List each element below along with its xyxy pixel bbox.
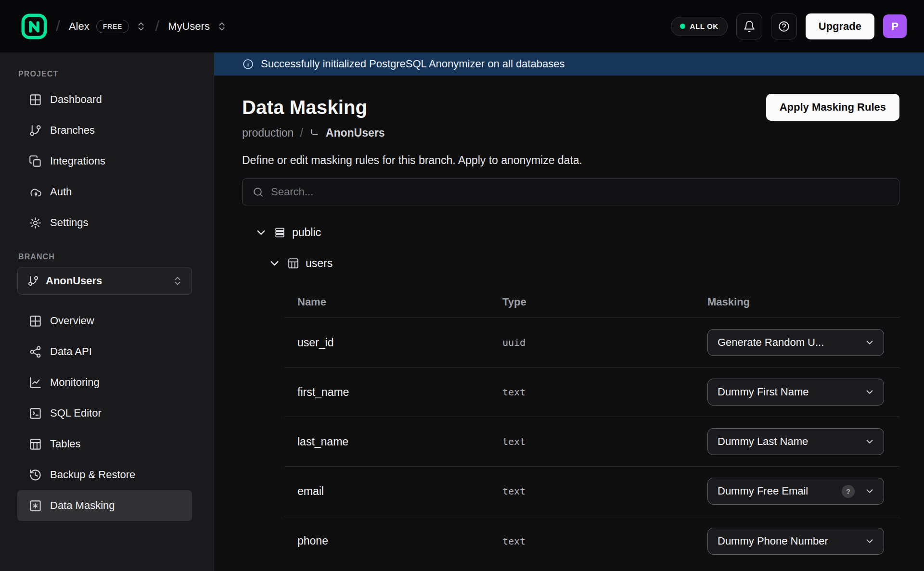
dashboard-icon [29,93,42,106]
masking-select[interactable]: Generate Random U... [707,329,884,356]
masking-select-value: Dummy Free Email [718,485,842,497]
table-row: email text Dummy Free Email ? [284,467,899,516]
chevron-down-icon [864,337,875,348]
current-branch-crumb[interactable]: AnonUsers [326,127,385,140]
sidebar-item-overview[interactable]: Overview [17,305,192,336]
sidebar-item-branches[interactable]: Branches [17,115,192,146]
banner-message: Successfully initialized PostgreSQL Anon… [261,58,565,70]
project-section-label: PROJECT [18,70,192,78]
sidebar-item-label: Dashboard [50,93,102,106]
git-branch-icon [29,124,42,137]
history-icon [29,469,42,482]
chevrons-up-down-icon[interactable] [217,21,227,32]
help-circle-icon [778,20,790,33]
masking-select-value: Dummy Phone Number [718,535,860,547]
schema-icon [274,227,286,239]
integrations-icon [29,155,42,168]
neon-logo-icon[interactable] [21,13,47,39]
sidebar-item-backup-restore[interactable]: Backup & Restore [17,459,192,490]
column-type: text [502,535,707,547]
sidebar-item-auth[interactable]: Auth [17,177,192,207]
sidebar-item-label: Monitoring [50,376,100,389]
masking-select[interactable]: Dummy Last Name [707,428,884,455]
app-root: / Alex FREE / MyUsers ALL OK [0,0,924,571]
sidebar-item-integrations[interactable]: Integrations [17,146,192,177]
org-breadcrumb[interactable]: Alex FREE [69,20,146,33]
sidebar-item-data-masking[interactable]: Data Masking [17,490,192,521]
help-icon[interactable]: ? [842,485,855,498]
main-content: Successfully initialized PostgreSQL Anon… [214,52,924,571]
avatar[interactable]: P [883,14,907,38]
data-api-icon [29,345,42,358]
git-branch-icon [27,275,39,287]
masking-select-value: Generate Random U... [718,336,860,349]
parent-branch-crumb[interactable]: production [242,127,294,140]
sidebar-item-label: SQL Editor [50,407,102,419]
status-text: ALL OK [690,22,719,30]
sidebar-item-monitoring[interactable]: Monitoring [17,367,192,398]
schema-node-public[interactable]: public [242,223,899,242]
branch-section-label: BRANCH [18,253,192,261]
chevron-down-icon [268,257,281,270]
branch-selector[interactable]: AnonUsers [17,267,192,295]
sidebar-item-label: Data API [50,345,92,358]
column-name: email [297,485,502,498]
table-row: last_name text Dummy Last Name [284,417,899,467]
sidebar-item-label: Tables [50,438,81,450]
help-button[interactable] [771,13,797,39]
masking-table: Name Type Masking user_id uuid Generate … [284,286,899,566]
masking-select[interactable]: Dummy Free Email ? [707,478,884,505]
masking-select[interactable]: Dummy First Name [707,379,884,406]
breadcrumb-separator: / [155,17,159,35]
schema-tree: public users [242,223,899,273]
selected-branch-name: AnonUsers [46,275,166,287]
schema-name: public [292,226,321,239]
bell-icon [743,20,756,33]
column-name: phone [297,534,502,547]
project-breadcrumb[interactable]: MyUsers [168,20,227,33]
plan-badge: FREE [96,20,129,33]
column-name: first_name [297,386,502,399]
org-name: Alex [69,20,90,33]
chevron-down-icon [255,226,268,239]
sidebar-item-label: Data Masking [50,499,115,512]
apply-masking-rules-button[interactable]: Apply Masking Rules [766,94,899,121]
chevrons-up-down-icon[interactable] [136,21,146,32]
info-icon [242,58,254,70]
column-type: uuid [502,337,707,348]
column-header-masking: Masking [707,296,899,308]
upgrade-button[interactable]: Upgrade [806,13,874,39]
sidebar-item-label: Integrations [50,155,105,167]
status-dot-icon [680,24,685,29]
table-icon [287,257,299,269]
sidebar-item-settings[interactable]: Settings [17,207,192,238]
page-content: Data Masking Apply Masking Rules product… [214,76,924,566]
breadcrumb-separator: / [56,17,60,35]
page-title: Data Masking [242,97,367,118]
notification-banner: Successfully initialized PostgreSQL Anon… [214,52,924,76]
sidebar-item-sql-editor[interactable]: SQL Editor [17,398,192,429]
masking-select[interactable]: Dummy Phone Number [707,528,884,555]
table-node-users[interactable]: users [242,254,899,273]
monitoring-chart-icon [29,376,42,389]
status-pill[interactable]: ALL OK [671,17,728,36]
column-type: text [502,485,707,497]
table-name: users [306,257,333,270]
crumb-separator: / [300,127,303,140]
sidebar-item-label: Overview [50,315,94,327]
sidebar-item-label: Auth [50,186,72,198]
sidebar-item-tables[interactable]: Tables [17,429,192,459]
search-icon [252,186,264,198]
chevrons-up-down-icon [172,276,183,286]
sidebar-item-dashboard[interactable]: Dashboard [17,84,192,115]
header-actions: ALL OK Upgrade P [671,13,907,39]
search-input[interactable] [271,186,889,198]
column-type: text [502,436,707,447]
sidebar-item-label: Backup & Restore [50,469,135,481]
table-row: user_id uuid Generate Random U... [284,318,899,368]
overview-icon [29,315,42,328]
sql-editor-icon [29,407,42,420]
sidebar-item-data-api[interactable]: Data API [17,336,192,367]
gear-icon [29,216,42,229]
notifications-button[interactable] [736,13,762,39]
